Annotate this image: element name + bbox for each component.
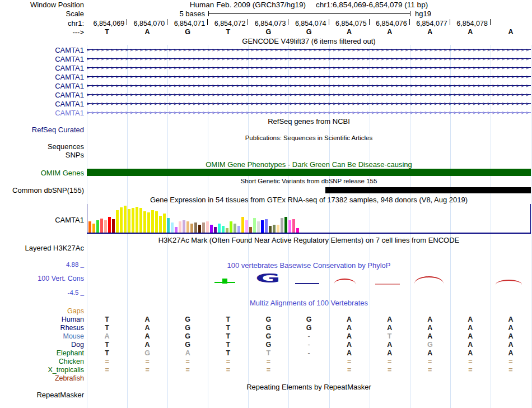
gtex-expression-bar[interactable] — [88, 221, 91, 233]
dbsnp-variant-bar[interactable] — [325, 187, 531, 193]
gtex-expression-bar[interactable] — [230, 221, 232, 233]
species-label[interactable]: Chicken — [0, 358, 84, 365]
gencode-strand-arrows[interactable]: >>>>>>>>>>>>>>>>>>>>>>>>>>>>>>>>>>>>>>>>… — [87, 54, 531, 63]
gtex-expression-bar[interactable] — [194, 222, 197, 233]
gtex-expression-bar[interactable] — [269, 226, 272, 233]
gtex-expression-bar[interactable] — [296, 228, 299, 233]
gencode-transcript-label[interactable]: CAMTA1 — [0, 64, 84, 72]
phylop-track-header[interactable]: 100 vertebrates Basewise Conservation by… — [87, 261, 531, 270]
species-label[interactable]: Gaps — [0, 307, 84, 315]
gtex-expression-bar[interactable] — [273, 225, 276, 233]
gtex-expression-bar[interactable] — [112, 219, 115, 233]
gtex-expression-bar[interactable] — [120, 207, 123, 233]
gencode-strand-arrows[interactable]: >>>>>>>>>>>>>>>>>>>>>>>>>>>>>>>>>>>>>>>>… — [87, 81, 531, 90]
gtex-expression-bar[interactable] — [226, 228, 228, 233]
gtex-expression-bar[interactable] — [136, 207, 138, 233]
gtex-expression-bar[interactable] — [151, 210, 154, 233]
gtex-expression-bar[interactable] — [104, 220, 107, 233]
gtex-expression-bar[interactable] — [281, 218, 283, 233]
gencode-transcript-label[interactable]: CAMTA1 — [0, 100, 84, 108]
gtex-expression-bar[interactable] — [159, 216, 162, 233]
gtex-gene-label[interactable]: CAMTA1 — [0, 216, 84, 224]
gtex-expression-bar[interactable] — [100, 219, 103, 233]
refseq-curated-label[interactable]: RefSeq Curated — [0, 126, 84, 134]
gtex-expression-bar[interactable] — [108, 217, 111, 233]
gtex-expression-bar[interactable] — [214, 227, 217, 233]
gencode-transcript-label[interactable]: CAMTA1 — [0, 46, 84, 54]
gencode-strand-arrows[interactable]: >>>>>>>>>>>>>>>>>>>>>>>>>>>>>>>>>>>>>>>>… — [87, 90, 531, 99]
gtex-expression-bar[interactable] — [155, 211, 158, 233]
gtex-expression-bar[interactable] — [92, 224, 95, 233]
gtex-expression-bar[interactable] — [179, 221, 181, 233]
gencode-strand-arrows[interactable]: >>>>>>>>>>>>>>>>>>>>>>>>>>>>>>>>>>>>>>>>… — [87, 63, 531, 72]
repeatmasker-label[interactable]: RepeatMasker — [0, 391, 84, 399]
multiz-track-header[interactable]: Multiz Alignments of 100 Vertebrates — [87, 299, 531, 307]
gtex-expression-bar[interactable] — [210, 225, 213, 233]
gtex-expression-bar[interactable] — [143, 211, 146, 233]
gencode-transcript-label[interactable]: CAMTA1 — [0, 109, 84, 117]
gencode-transcript-label[interactable]: CAMTA1 — [0, 91, 84, 99]
gtex-expression-bar[interactable] — [265, 219, 268, 233]
repeatmasker-track-header[interactable]: Repeating Elements by RepeatMasker — [87, 383, 531, 391]
gtex-expression-bar[interactable] — [257, 221, 260, 233]
gtex-expression-bar[interactable] — [292, 219, 295, 233]
gencode-strand-arrows[interactable]: >>>>>>>>>>>>>>>>>>>>>>>>>>>>>>>>>>>>>>>>… — [87, 72, 531, 81]
phylop-label[interactable]: 100 Vert. Cons — [0, 275, 84, 282]
gtex-expression-bar[interactable] — [175, 227, 178, 233]
sequences-label[interactable]: Sequences — [0, 142, 84, 151]
gtex-track-header[interactable]: Gene Expression in 54 tissues from GTEx … — [87, 196, 531, 204]
gtex-expression-bar[interactable] — [249, 227, 252, 233]
gtex-expression-bar[interactable] — [186, 221, 189, 233]
gtex-expression-bar[interactable] — [288, 220, 291, 233]
refseq-track-header[interactable]: RefSeq genes from NCBI — [87, 117, 531, 126]
snps-label[interactable]: SNPs — [0, 151, 84, 159]
gencode-track-header[interactable]: GENCODE V49lift37 (6 items filtered out) — [87, 37, 531, 45]
species-label[interactable]: Elephant — [0, 349, 84, 357]
species-label[interactable]: Dog — [0, 341, 84, 349]
gtex-expression-bar[interactable] — [183, 220, 185, 233]
gencode-strand-arrows[interactable]: >>>>>>>>>>>>>>>>>>>>>>>>>>>>>>>>>>>>>>>>… — [87, 45, 531, 54]
dbsnp-label[interactable]: Common dbSNP(155) — [0, 186, 84, 194]
species-label[interactable]: X_tropicalis — [0, 366, 84, 374]
gtex-expression-bar[interactable] — [234, 224, 236, 233]
gtex-expression-bar[interactable] — [132, 208, 134, 233]
gtex-expression-bar[interactable] — [245, 220, 248, 233]
gtex-expression-bar[interactable] — [198, 225, 201, 233]
gtex-expression-bar[interactable] — [241, 217, 244, 233]
gtex-expression-bar[interactable] — [116, 210, 119, 233]
h3k27ac-track-header[interactable]: H3K27Ac Mark (Often Found Near Active Re… — [87, 236, 531, 244]
omim-track-header[interactable]: OMIM Gene Phenotypes - Dark Green Can Be… — [87, 160, 531, 169]
gtex-expression-bar[interactable] — [261, 220, 264, 233]
gtex-expression-bar[interactable] — [222, 226, 225, 233]
gtex-expression-bar[interactable] — [124, 206, 127, 233]
gencode-strand-arrows[interactable]: >>>>>>>>>>>>>>>>>>>>>>>>>>>>>>>>>>>>>>>>… — [87, 108, 531, 117]
gtex-expression-bar[interactable] — [163, 214, 166, 233]
gencode-transcript-label[interactable]: CAMTA1 — [0, 73, 84, 81]
gtex-expression-chart[interactable] — [87, 203, 531, 234]
species-label[interactable]: Zebrafish — [0, 374, 84, 382]
gtex-expression-bar[interactable] — [139, 208, 142, 233]
gtex-expression-bar[interactable] — [202, 222, 205, 233]
omim-gene-bar[interactable] — [87, 169, 531, 176]
gtex-expression-bar[interactable] — [147, 212, 150, 233]
gtex-expression-bar[interactable] — [237, 226, 240, 233]
gtex-expression-bar[interactable] — [171, 222, 174, 233]
gtex-expression-bar[interactable] — [284, 217, 287, 233]
gtex-expression-bar[interactable] — [190, 224, 193, 233]
gencode-transcript-label[interactable]: CAMTA1 — [0, 55, 84, 63]
publications-track-header[interactable]: Publications: Sequences in Scientific Ar… — [87, 135, 531, 141]
species-label[interactable]: Rhesus — [0, 324, 84, 332]
gtex-expression-bar[interactable] — [128, 209, 130, 233]
gtex-expression-bar[interactable] — [253, 218, 256, 233]
gencode-transcript-label[interactable]: CAMTA1 — [0, 82, 84, 90]
gtex-expression-bar[interactable] — [167, 218, 170, 233]
gtex-expression-bar[interactable] — [206, 221, 209, 233]
dbsnp-track-header[interactable]: Short Genetic Variants from dbSNP releas… — [87, 178, 531, 184]
omim-genes-label[interactable]: OMIM Genes — [0, 169, 84, 177]
gencode-strand-arrows[interactable]: >>>>>>>>>>>>>>>>>>>>>>>>>>>>>>>>>>>>>>>>… — [87, 99, 531, 108]
gtex-expression-bar[interactable] — [277, 225, 279, 233]
species-label[interactable]: Human — [0, 316, 84, 323]
gtex-expression-bar[interactable] — [96, 220, 99, 233]
h3k27ac-label[interactable]: Layered H3K27Ac — [0, 244, 84, 252]
species-label[interactable]: Mouse — [0, 332, 84, 340]
